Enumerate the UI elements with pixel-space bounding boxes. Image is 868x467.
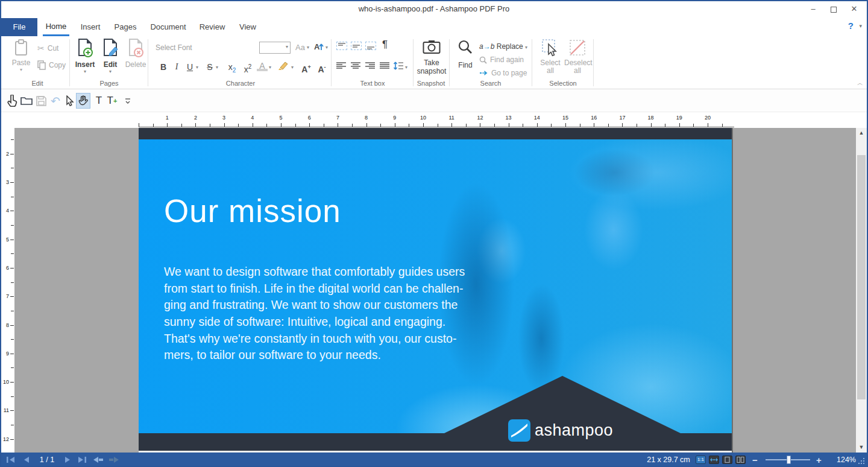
- align-text-top-button[interactable]: [336, 42, 347, 50]
- previous-view-button[interactable]: [93, 453, 104, 467]
- hand-tool-button[interactable]: [76, 93, 90, 109]
- replace-button[interactable]: a→b Replace ▾: [479, 42, 527, 51]
- select-tool-button[interactable]: [63, 93, 77, 109]
- cut-button[interactable]: ✂ Cut: [37, 43, 58, 53]
- resize-grip-icon[interactable]: [857, 456, 864, 464]
- superscript-button[interactable]: x2: [241, 60, 254, 74]
- tab-pages[interactable]: Pages: [112, 18, 139, 36]
- strikethrough-button[interactable]: S: [204, 60, 215, 74]
- zoom-slider-thumb[interactable]: [787, 456, 791, 464]
- tab-insert[interactable]: Insert: [77, 18, 104, 36]
- highlight-button[interactable]: [277, 60, 291, 74]
- paste-button[interactable]: Paste ▾: [8, 39, 34, 72]
- search-icon: [458, 39, 473, 55]
- font-color-caret-icon[interactable]: ▾: [269, 65, 271, 70]
- change-case-caret-icon[interactable]: ▾: [307, 45, 309, 50]
- orientation-caret-icon[interactable]: ▾: [326, 45, 328, 50]
- text-tool-button[interactable]: T: [92, 93, 106, 109]
- align-left-button[interactable]: [336, 62, 346, 70]
- fit-page-button[interactable]: [722, 456, 732, 464]
- close-button[interactable]: ✕: [844, 1, 864, 17]
- collapse-ribbon-button[interactable]: ︿: [857, 79, 863, 87]
- go-to-page-button[interactable]: Go to page: [479, 69, 527, 77]
- font-size-combo[interactable]: ▾: [259, 42, 291, 54]
- previous-page-button[interactable]: [23, 453, 30, 467]
- bold-button[interactable]: B: [158, 60, 169, 74]
- slide-bottom-band: [139, 433, 732, 451]
- tab-review[interactable]: Review: [198, 18, 227, 36]
- highlight-caret-icon[interactable]: ▾: [291, 65, 294, 70]
- strikethrough-caret-icon[interactable]: ▾: [216, 65, 218, 70]
- underline-button[interactable]: U: [184, 60, 195, 74]
- paste-caret-icon: ▾: [8, 67, 34, 72]
- grow-font-button[interactable]: A+: [299, 60, 313, 74]
- next-view-button[interactable]: [108, 453, 119, 467]
- zoom-in-button[interactable]: +: [816, 453, 822, 467]
- pdf-page[interactable]: Our mission We want to design software t…: [139, 128, 732, 453]
- pilcrow-button[interactable]: ¶: [382, 39, 388, 51]
- ashampoo-logo-icon: [508, 419, 530, 442]
- copy-button[interactable]: Copy: [37, 60, 66, 70]
- next-view-icon: [108, 456, 119, 463]
- shrink-font-button[interactable]: A-: [315, 60, 329, 74]
- maximize-button[interactable]: [823, 1, 844, 17]
- select-font-combo[interactable]: Select Font: [156, 43, 192, 52]
- help-button[interactable]: ?: [848, 21, 854, 31]
- fit-width-button[interactable]: [709, 456, 719, 464]
- quick-toolbar: ↶ T T+: [1, 90, 867, 112]
- change-case-button[interactable]: Aa: [294, 41, 306, 54]
- italic-button[interactable]: I: [172, 60, 181, 74]
- find-again-button[interactable]: Find again: [479, 56, 524, 64]
- toolbar-overflow-button[interactable]: [121, 93, 135, 109]
- scroll-up-icon[interactable]: ▲: [856, 128, 867, 138]
- facing-pages-button[interactable]: [735, 456, 746, 464]
- document-area[interactable]: Our mission We want to design software t…: [1, 128, 867, 453]
- deselect-all-button[interactable]: Deselect all: [564, 39, 591, 75]
- justify-button[interactable]: [380, 62, 389, 70]
- edit-page-button[interactable]: Edit ▾: [99, 39, 122, 74]
- tab-file[interactable]: File: [1, 18, 37, 36]
- align-right-button[interactable]: [365, 62, 375, 70]
- underline-caret-icon[interactable]: ▾: [196, 65, 198, 70]
- vertical-scrollbar[interactable]: ▲ ▼: [856, 128, 867, 453]
- delete-page-button[interactable]: Delete: [124, 39, 147, 69]
- line-spacing-caret-icon[interactable]: ▾: [405, 65, 407, 70]
- zoom-out-button[interactable]: −: [752, 453, 758, 467]
- open-file-button[interactable]: [19, 93, 34, 109]
- help-caret-icon[interactable]: ▾: [859, 23, 862, 29]
- take-snapshot-button[interactable]: Take snapshot: [415, 40, 448, 75]
- last-page-button[interactable]: [77, 453, 87, 467]
- actual-size-button[interactable]: 1:1: [696, 456, 706, 464]
- replace-caret-icon: ▾: [525, 45, 527, 50]
- text-orientation-button[interactable]: A: [312, 41, 324, 54]
- ashampoo-logo: ashampoo: [508, 419, 613, 442]
- next-page-button[interactable]: [64, 453, 71, 467]
- minimize-button[interactable]: –: [803, 1, 823, 17]
- tab-document[interactable]: Document: [148, 18, 188, 36]
- find-button[interactable]: Find: [454, 39, 476, 69]
- scroll-down-icon[interactable]: ▼: [856, 442, 867, 453]
- tab-home[interactable]: Home: [43, 18, 69, 36]
- save-button[interactable]: [34, 93, 48, 109]
- line-spacing-button[interactable]: [393, 61, 404, 73]
- scrollbar-thumb[interactable]: [857, 155, 866, 399]
- slide-body-text[interactable]: We want to design software that comforta…: [164, 264, 465, 364]
- line-spacing-icon: [393, 61, 404, 71]
- orientation-icon: A: [313, 41, 324, 52]
- align-text-middle-button[interactable]: [351, 42, 362, 50]
- font-color-button[interactable]: A: [257, 60, 268, 71]
- select-all-button[interactable]: Select all: [538, 39, 563, 75]
- first-page-button[interactable]: [6, 453, 16, 467]
- align-center-button[interactable]: [351, 62, 360, 70]
- group-label-textbox: Text box: [333, 80, 412, 87]
- align-text-bottom-button[interactable]: [365, 42, 376, 50]
- subscript-button[interactable]: x2: [225, 60, 239, 74]
- maximize-icon: [831, 7, 837, 13]
- undo-button[interactable]: ↶: [48, 93, 63, 109]
- tab-view[interactable]: View: [235, 18, 260, 36]
- touch-mode-button[interactable]: [5, 93, 19, 109]
- insert-page-button[interactable]: Insert ▾: [74, 39, 96, 74]
- slide-title[interactable]: Our mission: [164, 192, 341, 229]
- add-text-tool-button[interactable]: T+: [105, 93, 119, 109]
- copy-icon: [37, 60, 46, 70]
